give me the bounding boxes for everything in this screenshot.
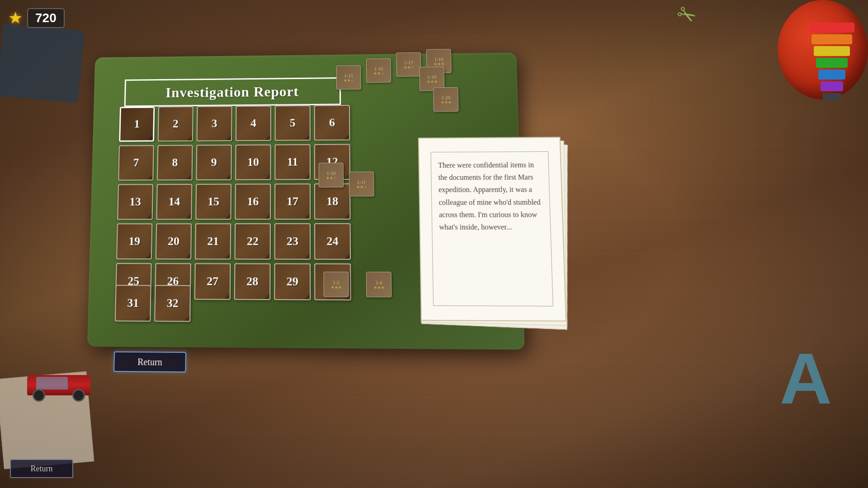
level-number-1: 1 xyxy=(134,117,140,131)
level-cell-32[interactable]: 32 xyxy=(154,285,191,322)
mini-level-label: 1-4 xyxy=(375,279,382,285)
investigation-board: Investigation Report 1234567891011121314… xyxy=(87,52,525,350)
return-button-board[interactable]: Return xyxy=(113,352,186,373)
mini-stars: ★★★ xyxy=(440,100,451,104)
mini-level-label: 1-19 xyxy=(427,74,436,80)
level-cell-19[interactable]: 19 xyxy=(116,223,152,259)
rings-decoration xyxy=(809,23,854,101)
mini-level-label: 1-16 xyxy=(374,66,383,71)
mini-level-label: 1-15 xyxy=(344,73,353,78)
level-cell-1[interactable]: 1 xyxy=(119,107,155,142)
level-number-10: 10 xyxy=(247,155,259,169)
mini-level-label: 1-11 xyxy=(357,179,366,184)
return-bl-label: Return xyxy=(31,464,53,474)
level-number-9: 9 xyxy=(211,156,217,169)
star-icon: ★ xyxy=(8,10,23,26)
level-grid-extra: 3132 xyxy=(115,285,351,323)
decorative-paper-top xyxy=(0,23,85,103)
return-button-label: Return xyxy=(137,357,162,367)
level-number-17: 17 xyxy=(287,195,298,208)
score-display: 720 xyxy=(27,8,65,28)
level-cell-7[interactable]: 7 xyxy=(118,145,154,181)
mini-stars: ★★☆ xyxy=(403,65,414,70)
mini-level-label: 1-10 xyxy=(326,170,335,176)
level-number-15: 15 xyxy=(208,195,219,209)
level-cell-9[interactable]: 9 xyxy=(196,145,232,180)
level-cell-2[interactable]: 2 xyxy=(158,106,193,141)
level-cell-11[interactable]: 11 xyxy=(274,144,311,180)
mini-stars: ★★★ xyxy=(434,61,444,66)
level-number-31: 31 xyxy=(127,296,139,310)
level-number-8: 8 xyxy=(172,156,178,169)
mini-stars: ★★☆ xyxy=(356,184,367,189)
level-number-4: 4 xyxy=(250,117,256,130)
note-card: There were confidential items in the doc… xyxy=(418,137,572,331)
score-area: ★ 720 xyxy=(8,8,65,28)
level-cell-4[interactable]: 4 xyxy=(236,106,271,141)
level-cell-21[interactable]: 21 xyxy=(195,223,231,259)
level-cell-13[interactable]: 13 xyxy=(117,184,153,220)
level-number-7: 7 xyxy=(133,156,139,169)
level-cell-10[interactable]: 10 xyxy=(235,145,271,180)
level-number-22: 22 xyxy=(247,235,259,248)
level-cell-14[interactable]: 14 xyxy=(156,184,192,220)
level-cell-22[interactable]: 22 xyxy=(235,223,271,260)
level-cell-8[interactable]: 8 xyxy=(157,145,193,181)
mini-squares-area: 1-15 ★★☆ 1-16 ★★☆ 1-17 ★★☆ 1-18 ★★★ 1-19… xyxy=(318,65,430,338)
level-number-3: 3 xyxy=(212,117,217,130)
level-number-19: 19 xyxy=(128,235,140,248)
level-number-2: 2 xyxy=(173,117,179,131)
mini-stars: ★★★ xyxy=(330,285,341,289)
level-cell-3[interactable]: 3 xyxy=(197,106,232,141)
note-paper-front: There were confidential items in the doc… xyxy=(418,137,566,322)
level-number-16: 16 xyxy=(247,195,259,208)
note-text: There were confidential items in the doc… xyxy=(438,159,543,233)
mini-stars: ★★☆ xyxy=(343,78,354,82)
mini-stars: ★★★ xyxy=(373,285,385,290)
level-number-21: 21 xyxy=(207,235,219,248)
return-button-bottom-left[interactable]: Return xyxy=(10,459,73,478)
level-number-23: 23 xyxy=(287,235,298,248)
mini-level-label: 1-17 xyxy=(404,60,413,65)
mini-level-label: 1-20 xyxy=(441,94,450,100)
car-decoration xyxy=(27,375,90,407)
level-cell-31[interactable]: 31 xyxy=(115,285,151,321)
level-cell-20[interactable]: 20 xyxy=(156,223,192,259)
level-cell-16[interactable]: 16 xyxy=(235,183,271,220)
level-number-14: 14 xyxy=(168,195,180,209)
report-title-box: Investigation Report xyxy=(124,77,341,107)
mini-stars: ★★☆ xyxy=(373,71,384,75)
level-cell-5[interactable]: 5 xyxy=(275,105,311,141)
level-cell-15[interactable]: 15 xyxy=(195,184,231,220)
level-cell-23[interactable]: 23 xyxy=(274,223,311,260)
level-number-20: 20 xyxy=(168,235,179,248)
level-grid: 1234567891011121314151617181920212223242… xyxy=(115,105,351,300)
mini-level-label: 1-18 xyxy=(434,56,443,61)
report-title: Investigation Report xyxy=(165,84,299,101)
letter-a-decoration: A xyxy=(779,337,832,420)
level-number-32: 32 xyxy=(167,296,179,310)
level-number-11: 11 xyxy=(287,155,298,169)
mini-level-label: 1-2 xyxy=(333,279,340,285)
mini-stars: ★★★ xyxy=(426,79,437,84)
level-number-5: 5 xyxy=(290,117,296,130)
level-number-13: 13 xyxy=(129,195,141,209)
level-cell-17[interactable]: 17 xyxy=(274,183,311,220)
mini-stars: ★★☆ xyxy=(326,175,336,180)
